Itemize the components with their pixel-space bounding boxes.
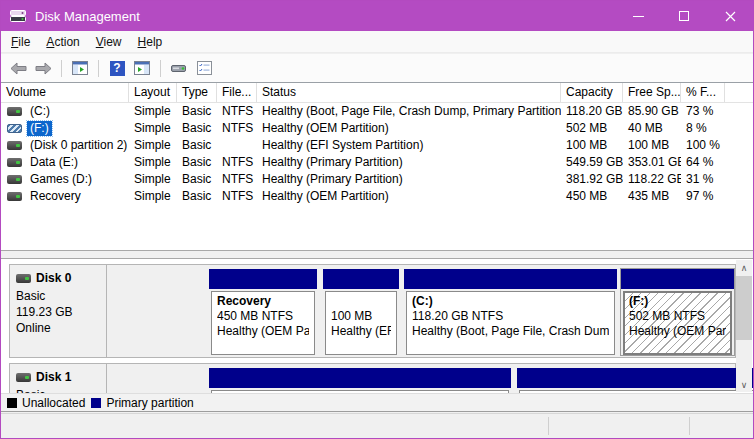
window-controls: [615, 1, 753, 31]
volume-cell: [217, 137, 257, 154]
volume-cell: (C:): [1, 103, 129, 120]
close-icon: [725, 11, 736, 22]
column-header-capacity[interactable]: Capacity: [561, 83, 623, 102]
forward-button[interactable]: [32, 57, 54, 79]
disk-header-panel[interactable]: Disk 1Basic: [10, 364, 107, 393]
disk-row-0: Disk 0Basic119.23 GBOnlineRecovery450 MB…: [9, 264, 736, 358]
partition-name: (C:): [412, 294, 609, 309]
disk-header-panel[interactable]: Disk 0Basic119.23 GBOnline: [10, 265, 107, 357]
scrollbar-up-icon[interactable]: ∧: [736, 260, 752, 275]
vertical-scrollbar[interactable]: ∧∨: [736, 260, 752, 392]
column-header-volume[interactable]: Volume: [1, 83, 129, 102]
volume-disk-icon: [7, 107, 22, 116]
column-header-status[interactable]: Status: [257, 83, 561, 102]
partition-block[interactable]: Data (E:): [517, 368, 753, 393]
menu-action[interactable]: Action: [38, 31, 87, 52]
legend-item: Primary partition: [91, 396, 193, 410]
disk-name: Disk 0: [16, 270, 100, 286]
back-arrow-icon: [10, 62, 27, 75]
partition-size-line: 100 MB: [331, 309, 391, 324]
volume-cell: 31 %: [681, 171, 725, 188]
volume-cell: Simple: [129, 188, 177, 205]
properties-list-button[interactable]: [193, 57, 215, 79]
partition-block[interactable]: (C:)118.20 GB NTFSHealthy (Boot, Page Fi…: [404, 269, 617, 355]
menu-file[interactable]: File: [3, 31, 38, 52]
volume-cell: 118.20 GB: [561, 103, 623, 120]
menu-bar: FileActionViewHelp: [1, 31, 753, 53]
volume-cell: 100 MB: [561, 137, 623, 154]
minimize-button[interactable]: [615, 1, 661, 31]
column-header-file[interactable]: File...: [217, 83, 257, 102]
action-pane-button[interactable]: [131, 57, 153, 79]
partition-name: Recovery: [217, 294, 309, 309]
volume-list-pane: VolumeLayoutTypeFile...StatusCapacityFre…: [1, 82, 753, 250]
maximize-button[interactable]: [661, 1, 707, 31]
volume-cell: (Disk 0 partition 2): [1, 137, 129, 154]
back-button[interactable]: [7, 57, 29, 79]
volume-cell: Simple: [129, 154, 177, 171]
column-header-f[interactable]: % F...: [681, 83, 725, 102]
volume-cell: 40 MB: [623, 120, 681, 137]
partition-status-line: Healthy (EFI System Partition): [331, 324, 391, 339]
partition-label-area: (C:)118.20 GB NTFSHealthy (Boot, Page Fi…: [406, 291, 615, 355]
volume-row[interactable]: Games (D:)SimpleBasicNTFSHealthy (Primar…: [1, 171, 753, 188]
volume-cell: Games (D:): [1, 171, 129, 188]
disk-management-app-icon: [10, 9, 27, 23]
volume-cell: 549.59 GB: [561, 154, 623, 171]
volume-cell: Healthy (OEM Partition): [257, 188, 561, 205]
volume-cell: 435 MB: [623, 188, 681, 205]
volume-cell: 97 %: [681, 188, 725, 205]
volume-cell: NTFS: [217, 103, 257, 120]
partition-status-line: Healthy (OEM Partition): [217, 324, 309, 339]
volume-cell: 502 MB: [561, 120, 623, 137]
volume-row[interactable]: (Disk 0 partition 2)SimpleBasicHealthy (…: [1, 137, 753, 154]
volume-cell: Simple: [129, 137, 177, 154]
status-bar: [1, 413, 753, 438]
volume-cell: Simple: [129, 103, 177, 120]
volume-row[interactable]: Data (E:)SimpleBasicNTFSHealthy (Primary…: [1, 154, 753, 171]
status-bar-separator: [548, 417, 549, 435]
column-header-type[interactable]: Type: [177, 83, 217, 102]
partition-size-line: 502 MB NTFS: [629, 309, 726, 324]
volume-label: Games (D:): [27, 172, 95, 187]
device-button[interactable]: [168, 57, 190, 79]
menu-help[interactable]: Help: [130, 31, 171, 52]
volume-cell: Simple: [129, 120, 177, 137]
disk-name-label: Disk 1: [36, 369, 71, 385]
partition-block[interactable]: Recovery450 MB NTFSHealthy (OEM Partitio…: [209, 269, 317, 355]
close-button[interactable]: [707, 1, 753, 31]
volume-label: (Disk 0 partition 2): [27, 138, 129, 153]
volume-cell: Simple: [129, 171, 177, 188]
disk-info-line: 119.23 GB: [16, 304, 100, 320]
menu-view[interactable]: View: [88, 31, 130, 52]
legend-swatch: [91, 398, 101, 408]
toolbar: ?: [1, 54, 753, 82]
volume-cell: 100 MB: [623, 137, 681, 154]
disk-partitions: Games (D:)Data (E:): [107, 364, 735, 393]
volume-row[interactable]: (C:)SimpleBasicNTFSHealthy (Boot, Page F…: [1, 103, 753, 120]
disk-info-line: Online: [16, 320, 100, 336]
partition-status-line: Healthy (Boot, Page File, Crash Dump, Pr…: [412, 324, 609, 339]
show-console-tree-button[interactable]: [69, 57, 91, 79]
partition-block[interactable]: 100 MBHealthy (EFI System Partition): [323, 269, 399, 355]
volume-list-header: VolumeLayoutTypeFile...StatusCapacityFre…: [1, 83, 753, 103]
partition-block[interactable]: Games (D:): [209, 368, 511, 393]
partition-status-line: Healthy (OEM Partition): [629, 324, 726, 339]
help-button[interactable]: ?: [106, 57, 128, 79]
volume-cell: 450 MB: [561, 188, 623, 205]
pane-splitter[interactable]: [1, 250, 753, 259]
volume-row[interactable]: RecoverySimpleBasicNTFSHealthy (OEM Part…: [1, 188, 753, 205]
column-header-freesp[interactable]: Free Sp...: [623, 83, 681, 102]
scrollbar-thumb[interactable]: [736, 276, 752, 340]
partition-block[interactable]: (F:)502 MB NTFSHealthy (OEM Partition): [621, 269, 734, 355]
title-bar: Disk Management: [1, 1, 753, 31]
volume-row[interactable]: (F:)SimpleBasicNTFSHealthy (OEM Partitio…: [1, 120, 753, 137]
volume-cell: 8 %: [681, 120, 725, 137]
status-bar-separator: [689, 417, 690, 435]
volume-disk-icon: [7, 158, 22, 167]
console-tree-icon: [72, 61, 88, 75]
volume-cell: Healthy (Primary Partition): [257, 171, 561, 188]
scrollbar-down-icon[interactable]: ∨: [736, 377, 752, 392]
column-header-layout[interactable]: Layout: [129, 83, 177, 102]
toolbar-separator: [61, 60, 62, 77]
